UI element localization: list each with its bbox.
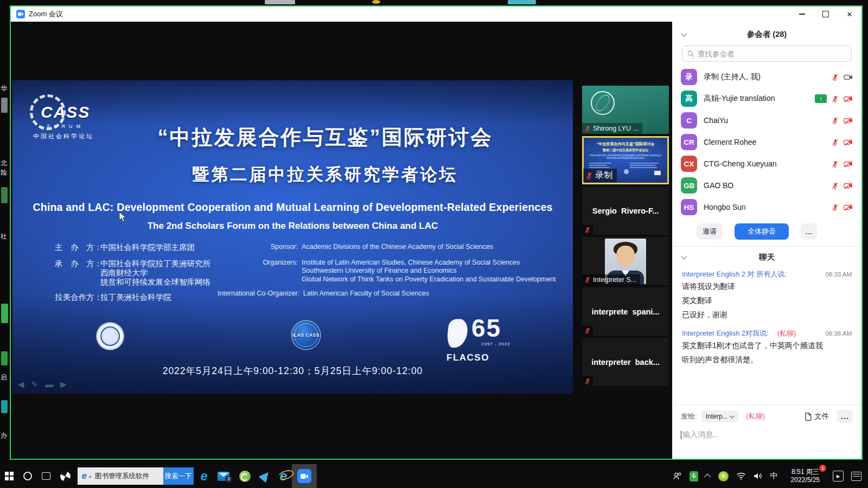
desktop-icon-sliver — [1, 304, 8, 323]
participants-more-button[interactable]: … — [801, 223, 817, 240]
video-tile[interactable]: Sergio Rivero-F... — [582, 187, 669, 235]
participant-row[interactable]: 高 高娟-Yujie translation ↑ — [672, 88, 861, 110]
side-panel: 参会者 (28) 录 录制 (主持人, 我) 高 高娟-Yujie transl… — [672, 22, 861, 459]
glider-app-icon[interactable] — [256, 464, 275, 488]
media-player-tray-icon[interactable]: ▶ — [829, 464, 847, 488]
edge-icon[interactable]: e — [196, 464, 213, 488]
chat-sender: Interpreter English 2对我说: — [682, 329, 769, 338]
close-button[interactable]: ✕ — [838, 7, 861, 22]
taskbar-search-text: 图书管理系统软件 — [95, 472, 163, 481]
nav-left-icon[interactable]: ◀ — [18, 380, 24, 389]
pinwheel-app-icon[interactable] — [55, 464, 75, 488]
desktop-icon-sliver — [1, 351, 8, 365]
action-center-icon[interactable] — [847, 464, 868, 488]
video-tile[interactable]: Interpreter S... — [582, 237, 669, 285]
zoom-app-icon — [16, 10, 25, 18]
cortana-button[interactable] — [18, 464, 37, 488]
speaker-tray-icon[interactable] — [750, 464, 767, 488]
meeting-content-area: CASS FORUM 中国社会科学论坛 “中拉发展合作与互鉴”国际研讨会 暨第二… — [11, 22, 861, 459]
desktop-icon-label[interactable]: 华 — [1, 84, 7, 93]
camera-off-icon — [844, 182, 853, 189]
mute-all-button[interactable]: 全体静音 — [735, 223, 789, 240]
participant-logo-globe — [591, 91, 615, 115]
desktop-icon-sliver — [1, 187, 8, 203]
mail-badge: 3 — [225, 476, 232, 483]
participant-row[interactable]: CX CTG-Cheng Xueyuan — [672, 153, 861, 175]
presentation-toolbar: ◀ ✎ ▬ ▶ — [18, 380, 67, 389]
mic-muted-icon — [585, 172, 593, 179]
file-button[interactable]: 文件 — [805, 412, 829, 421]
participant-row[interactable]: 录 录制 (主持人, 我) — [672, 66, 861, 88]
ime-indicator[interactable]: 中 — [767, 464, 782, 488]
mail-icon[interactable]: 3 — [213, 464, 234, 488]
chat-footer: 发给: Interp... (私聊) 文件 … 输入消息... — [672, 404, 861, 440]
desktop-icon-label[interactable]: 启 — [1, 373, 7, 382]
nav-right-icon[interactable]: ▶ — [60, 380, 67, 389]
minimize-button[interactable] — [790, 7, 814, 22]
people-tray-icon[interactable] — [669, 464, 686, 488]
avatar: CR — [681, 134, 697, 150]
participant-tile-name: Interpreter S... — [593, 276, 636, 284]
recipient-dropdown[interactable]: Interp... — [701, 410, 739, 422]
desktop-icon-label[interactable]: 办 — [1, 431, 7, 440]
participants-header: 参会者 (28) — [672, 27, 861, 41]
desktop-icon-sliver — [265, 0, 295, 4]
search-go-button[interactable]: 搜索一下 — [163, 467, 194, 485]
desktop-icon-label[interactable]: 险 — [1, 168, 7, 177]
task-view-button[interactable] — [37, 464, 55, 488]
participant-row[interactable]: CR Clement Rohee — [672, 131, 861, 153]
chevron-down-icon[interactable] — [681, 30, 687, 36]
participant-name: Clement Rohee — [704, 138, 756, 146]
ilas-cass-logo: ILAS CASS — [292, 321, 320, 349]
avatar: C — [681, 112, 697, 129]
accelerator-tray-icon[interactable]: + — [714, 464, 732, 488]
start-button[interactable] — [0, 464, 18, 488]
mic-muted-icon — [832, 182, 839, 189]
slide-datetime: 2022年5月24日上午9:00-12:30；5月25日上午9:00-12:00 — [12, 364, 573, 377]
video-tile[interactable]: interpreter back... — [582, 338, 669, 386]
taskbar-search-box[interactable]: e ▲ 图书管理系统软件 搜索一下 — [78, 467, 194, 485]
zoom-taskbar-icon[interactable] — [292, 464, 317, 488]
browser-360-icon[interactable] — [234, 464, 256, 488]
slide-title-zh1: “中拉发展合作与互鉴”国际研讨会 — [78, 124, 573, 151]
notification-count-badge: 1 — [819, 465, 826, 472]
pen-icon[interactable]: ✎ — [31, 380, 39, 389]
wifi-tray-icon[interactable] — [732, 464, 750, 488]
participant-row[interactable]: C ChaiYu — [672, 110, 861, 131]
camera-off-icon — [844, 204, 853, 211]
eraser-icon[interactable]: ▬ — [45, 380, 53, 389]
system-clock[interactable]: 1 8:51 周三 2022/5/25 — [782, 464, 829, 488]
chat-input[interactable]: 输入消息... — [681, 430, 853, 440]
desktop-icon-label[interactable]: 社 — [1, 232, 7, 241]
usb-tray-icon[interactable] — [686, 464, 702, 488]
participant-search[interactable] — [682, 46, 852, 62]
shared-slide: CASS FORUM 中国社会科学论坛 “中拉发展合作与互鉴”国际研讨会 暨第二… — [12, 80, 573, 394]
chevron-down-icon[interactable] — [681, 253, 687, 259]
video-tile[interactable]: Shirong LYU ... — [582, 86, 669, 134]
clock-date: 2022/5/25 — [791, 476, 820, 484]
chat-time: 08:33 AM — [825, 271, 852, 278]
desktop-icon-sliver — [1, 98, 8, 113]
participant-tile-name: interprete spani... — [582, 287, 669, 336]
camera-off-icon — [844, 160, 853, 168]
maximize-button[interactable] — [814, 7, 838, 22]
mic-muted-icon — [832, 139, 839, 146]
video-tile[interactable]: interprete spani... — [582, 287, 669, 336]
search-input[interactable] — [698, 50, 846, 58]
internet-explorer-icon[interactable]: e — [275, 464, 292, 488]
slide-title-en1: China and LAC: Development Cooperation a… — [12, 201, 573, 214]
participant-tile-name: Sergio Rivero-F... — [582, 187, 669, 235]
organizers-block: 主 办 方：中国社会科学院学部主席团 承 办 方：中国社会科学院拉丁美洲研究所 … — [55, 243, 560, 302]
avatar: GB — [681, 177, 697, 194]
invite-button[interactable]: 邀请 — [697, 223, 723, 240]
video-tile-active-speaker[interactable]: “中拉发展合作与互鉴”国际研讨会 暨第二届中拉关系研究学者论坛 China an… — [582, 136, 669, 184]
tray-expand-chevron[interactable] — [702, 464, 714, 488]
chat-more-button[interactable]: … — [837, 410, 853, 423]
send-to-label: 发给: — [681, 412, 697, 421]
latin-america-map-glyph — [445, 318, 469, 349]
participant-name: Hongbo Sun — [704, 203, 746, 211]
participant-row[interactable]: GB GAO BO — [672, 175, 861, 196]
participant-row[interactable]: HS Hongbo Sun — [672, 196, 861, 218]
desktop-icon-label[interactable]: 北 — [1, 159, 7, 168]
clock-time: 8:51 周三 — [792, 468, 819, 476]
